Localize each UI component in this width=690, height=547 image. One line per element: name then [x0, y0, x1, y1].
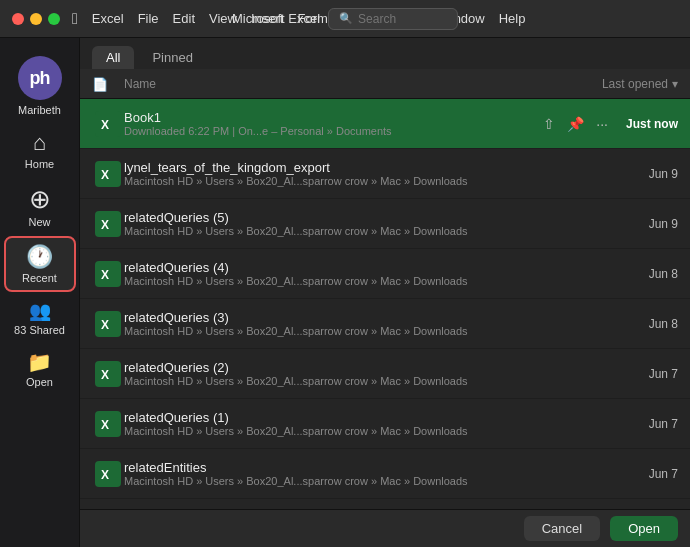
file-info: lynel_tears_of_the_kingdom_export Macint… — [124, 160, 618, 187]
file-icon: X — [92, 461, 124, 487]
title-bar:  Excel File Edit View Insert Format Too… — [0, 0, 690, 38]
minimize-button[interactable] — [30, 13, 42, 25]
recent-icon: 🕐 — [26, 246, 53, 268]
file-path: Downloaded 6:22 PM | On...e – Personal »… — [124, 125, 541, 137]
file-name: relatedQueries (5) — [124, 210, 618, 225]
tab-bar: All Pinned — [80, 38, 690, 69]
sidebar-item-recent[interactable]: 🕐 Recent — [4, 236, 76, 292]
main-layout: ph Maribeth ⌂ Home ⊕ New 🕐 Recent 👥 83 S… — [0, 38, 690, 547]
file-info: relatedQueries (4) Macintosh HD » Users … — [124, 260, 618, 287]
sidebar-item-home[interactable]: ⌂ Home — [4, 124, 76, 176]
svg-text:X: X — [101, 168, 109, 182]
sort-chevron-icon: ▾ — [672, 77, 678, 91]
excel-icon: X — [95, 211, 121, 237]
menu-help[interactable]: Help — [499, 11, 526, 26]
close-button[interactable] — [12, 13, 24, 25]
file-name: Book1 — [124, 110, 541, 125]
file-path: Macintosh HD » Users » Box20_Al...sparro… — [124, 425, 618, 437]
sidebar-item-open[interactable]: 📁 Open — [4, 344, 76, 394]
header-date-col[interactable]: Last opened ▾ — [558, 77, 678, 91]
tab-pinned[interactable]: Pinned — [138, 46, 206, 69]
file-row[interactable]: X relatedQueries ⇧ 📌 ··· Jun 7 — [80, 499, 690, 509]
file-path: Macintosh HD » Users » Box20_Al...sparro… — [124, 275, 618, 287]
file-list-header: 📄 Name Last opened ▾ — [80, 69, 690, 99]
sidebar-item-shared[interactable]: 👥 83 Shared — [4, 294, 76, 342]
search-bar[interactable]: 🔍 — [328, 8, 458, 30]
sidebar: ph Maribeth ⌂ Home ⊕ New 🕐 Recent 👥 83 S… — [0, 38, 80, 547]
shared-icon: 👥 — [29, 302, 51, 320]
file-row[interactable]: X relatedQueries (1) Macintosh HD » User… — [80, 399, 690, 449]
file-row[interactable]: X relatedQueries (2) Macintosh HD » User… — [80, 349, 690, 399]
menu-file[interactable]: File — [138, 11, 159, 26]
file-icon: X — [92, 161, 124, 187]
file-date: Jun 9 — [618, 167, 678, 181]
search-input[interactable] — [358, 12, 447, 26]
sidebar-label-new: New — [28, 216, 50, 228]
file-date: Jun 8 — [618, 317, 678, 331]
file-name: relatedQueries (1) — [124, 410, 618, 425]
file-icon: X — [92, 411, 124, 437]
open-button[interactable]: Open — [610, 516, 678, 541]
file-date: Jun 7 — [618, 417, 678, 431]
file-name: relatedQueries (2) — [124, 360, 618, 375]
file-path: Macintosh HD » Users » Box20_Al...sparro… — [124, 475, 618, 487]
file-row[interactable]: X relatedQueries (5) Macintosh HD » User… — [80, 199, 690, 249]
header-name-col: Name — [124, 77, 558, 91]
excel-icon: X — [95, 161, 121, 187]
excel-icon: X — [95, 411, 121, 437]
header-icon-col: 📄 — [92, 75, 124, 93]
open-icon: 📁 — [27, 352, 52, 372]
file-row[interactable]: X relatedEntities Macintosh HD » Users »… — [80, 449, 690, 499]
svg-text:X: X — [101, 468, 109, 482]
share-icon[interactable]: ⇧ — [541, 114, 557, 134]
svg-text:X: X — [101, 368, 109, 382]
file-date: Jun 7 — [618, 467, 678, 481]
file-icon: X — [92, 111, 124, 137]
file-actions: ⇧ 📌 ··· — [541, 114, 610, 134]
content-area: All Pinned 📄 Name Last opened ▾ X Book1 … — [80, 38, 690, 547]
sidebar-item-new[interactable]: ⊕ New — [4, 178, 76, 234]
menu-excel[interactable]: Excel — [92, 11, 124, 26]
excel-icon: X — [95, 361, 121, 387]
file-name: relatedQueries (4) — [124, 260, 618, 275]
file-icon: X — [92, 311, 124, 337]
file-name: lynel_tears_of_the_kingdom_export — [124, 160, 618, 175]
pin-icon[interactable]: 📌 — [565, 114, 586, 134]
tab-all[interactable]: All — [92, 46, 134, 69]
file-info: relatedQueries (1) Macintosh HD » Users … — [124, 410, 618, 437]
avatar: ph — [18, 56, 62, 100]
excel-icon: X — [95, 311, 121, 337]
apple-menu[interactable]:  — [72, 10, 78, 28]
search-icon: 🔍 — [339, 12, 353, 25]
home-icon: ⌂ — [33, 132, 46, 154]
svg-text:X: X — [101, 118, 109, 132]
new-icon: ⊕ — [29, 186, 51, 212]
file-path: Macintosh HD » Users » Box20_Al...sparro… — [124, 375, 618, 387]
file-info: relatedQueries (2) Macintosh HD » Users … — [124, 360, 618, 387]
excel-icon: X — [95, 461, 121, 487]
file-row[interactable]: X lynel_tears_of_the_kingdom_export Maci… — [80, 149, 690, 199]
file-date: Jun 7 — [618, 367, 678, 381]
header-date-label: Last opened — [602, 77, 668, 91]
title-center: Microsoft Excel 🔍 — [232, 8, 458, 30]
file-list: X Book1 Downloaded 6:22 PM | On...e – Pe… — [80, 99, 690, 509]
cancel-button[interactable]: Cancel — [524, 516, 600, 541]
file-info: relatedQueries (3) Macintosh HD » Users … — [124, 310, 618, 337]
menu-edit[interactable]: Edit — [173, 11, 195, 26]
svg-text:X: X — [101, 268, 109, 282]
more-icon[interactable]: ··· — [594, 114, 610, 134]
file-row[interactable]: X relatedQueries (3) Macintosh HD » User… — [80, 299, 690, 349]
file-icon: X — [92, 211, 124, 237]
svg-text:X: X — [101, 418, 109, 432]
file-name: relatedEntities — [124, 460, 618, 475]
sidebar-label-home: Home — [25, 158, 54, 170]
file-info: Book1 Downloaded 6:22 PM | On...e – Pers… — [124, 110, 541, 137]
svg-text:X: X — [101, 318, 109, 332]
sidebar-item-maribeth[interactable]: ph Maribeth — [4, 48, 76, 122]
file-path: Macintosh HD » Users » Box20_Al...sparro… — [124, 325, 618, 337]
fullscreen-button[interactable] — [48, 13, 60, 25]
file-row[interactable]: X relatedQueries (4) Macintosh HD » User… — [80, 249, 690, 299]
excel-icon: X — [95, 111, 121, 137]
sidebar-label-maribeth: Maribeth — [18, 104, 61, 116]
file-row[interactable]: X Book1 Downloaded 6:22 PM | On...e – Pe… — [80, 99, 690, 149]
